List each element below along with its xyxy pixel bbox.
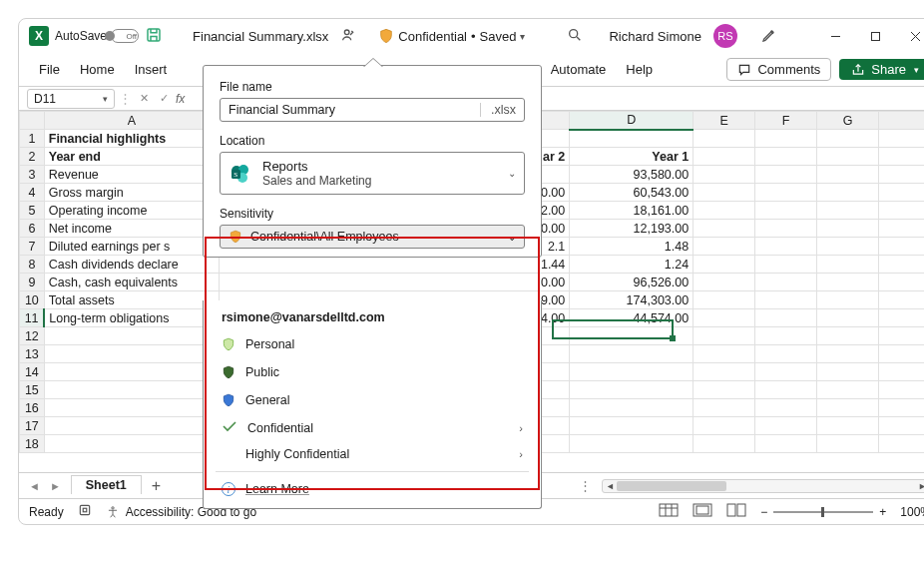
sensitivity-dropdown[interactable]: Confidential\All Employees ⌄ bbox=[220, 225, 525, 249]
maximize-button[interactable] bbox=[855, 22, 895, 50]
divider bbox=[216, 471, 529, 472]
user-name[interactable]: Richard Simone bbox=[609, 29, 701, 44]
col-header-D[interactable]: D bbox=[570, 112, 693, 130]
scroll-thumb[interactable] bbox=[617, 481, 726, 491]
chevron-down-icon[interactable]: ▾ bbox=[103, 94, 108, 104]
sensitivity-item-personal[interactable]: Personal bbox=[204, 330, 541, 358]
cell-A1[interactable]: Financial highlights bbox=[44, 130, 220, 148]
svg-point-2 bbox=[570, 29, 578, 37]
tab-help[interactable]: Help bbox=[616, 58, 663, 81]
tab-file[interactable]: File bbox=[29, 58, 70, 81]
macro-icon[interactable] bbox=[78, 503, 92, 520]
add-sheet-icon[interactable]: + bbox=[152, 477, 161, 495]
cell-D8[interactable]: 1.24 bbox=[570, 256, 693, 274]
svg-rect-9 bbox=[696, 506, 708, 514]
sensitivity-item-general[interactable]: General bbox=[204, 386, 541, 414]
svg-point-1 bbox=[345, 30, 350, 35]
search-icon[interactable] bbox=[567, 27, 583, 46]
select-all-corner[interactable] bbox=[20, 112, 45, 130]
col-header-A[interactable]: A bbox=[44, 112, 220, 130]
zoom-level[interactable]: 100% bbox=[900, 505, 924, 519]
chevron-down-icon[interactable]: ▾ bbox=[914, 65, 919, 75]
chevron-down-icon[interactable]: ▾ bbox=[520, 31, 525, 42]
chevron-right-icon: › bbox=[519, 448, 523, 460]
cell-A8[interactable]: Cash dividends declare bbox=[44, 256, 220, 274]
cell-D3[interactable]: 93,580.00 bbox=[570, 166, 693, 184]
zoom-out-icon[interactable]: − bbox=[760, 505, 767, 519]
cell-A6[interactable]: Net income bbox=[44, 220, 220, 238]
autosave-toggle[interactable]: AutoSave Off bbox=[55, 29, 139, 43]
horizontal-scrollbar[interactable]: ◄ ► bbox=[602, 479, 924, 493]
cancel-fx-icon[interactable]: ✕ bbox=[136, 91, 152, 107]
cell-D7[interactable]: 1.48 bbox=[570, 238, 693, 256]
cell-A11[interactable]: Long-term obligations bbox=[44, 309, 220, 327]
scroll-left-icon[interactable]: ◄ bbox=[606, 481, 615, 491]
sheet-next-icon[interactable]: ► bbox=[50, 480, 61, 492]
filename-input[interactable]: Financial Summary .xlsx bbox=[220, 98, 525, 122]
sensitivity-learn-more[interactable]: i Learn More bbox=[204, 476, 541, 502]
user-avatar[interactable]: RS bbox=[713, 24, 737, 48]
view-normal-icon[interactable] bbox=[659, 503, 679, 520]
sensitivity-item-highly[interactable]: Highly Confidential › bbox=[204, 441, 541, 467]
shield-icon bbox=[222, 392, 235, 408]
cell-A7[interactable]: Diluted earnings per s bbox=[44, 238, 220, 256]
cell-D10[interactable]: 174,303.00 bbox=[570, 291, 693, 309]
col-header-G[interactable]: G bbox=[817, 112, 879, 130]
cell-D2[interactable]: Year 1 bbox=[570, 148, 693, 166]
fill-handle[interactable] bbox=[670, 335, 676, 341]
share-button[interactable]: Share ▾ bbox=[839, 59, 924, 80]
cell-A5[interactable]: Operating income bbox=[44, 202, 220, 220]
svg-rect-0 bbox=[148, 29, 160, 41]
svg-rect-5 bbox=[83, 508, 87, 512]
col-header-F[interactable]: F bbox=[755, 112, 817, 130]
filename-title[interactable]: Financial Summary.xlsx bbox=[193, 29, 328, 44]
toggle-off-icon[interactable]: Off bbox=[111, 29, 139, 43]
fx-label[interactable]: fx bbox=[176, 92, 185, 106]
zoom-in-icon[interactable]: + bbox=[879, 505, 886, 519]
cell-D5[interactable]: 18,161.00 bbox=[570, 202, 693, 220]
file-ext-dropdown[interactable]: .xlsx bbox=[480, 103, 516, 117]
cell-A4[interactable]: Gross margin bbox=[44, 184, 220, 202]
coauthor-icon[interactable] bbox=[340, 27, 356, 46]
save-icon[interactable] bbox=[145, 26, 163, 47]
close-button[interactable] bbox=[895, 22, 924, 50]
cell-A2[interactable]: Year end bbox=[44, 148, 220, 166]
pen-icon[interactable] bbox=[761, 27, 777, 46]
chevron-down-icon[interactable]: ⌄ bbox=[508, 232, 516, 243]
cell-A3[interactable]: Revenue bbox=[44, 166, 220, 184]
location-main: Reports bbox=[262, 159, 371, 174]
zoom-slider[interactable]: − + bbox=[760, 505, 886, 519]
cell-D4[interactable]: 60,543.00 bbox=[570, 184, 693, 202]
excel-logo-icon: X bbox=[29, 26, 49, 46]
file-info-panel: File name Financial Summary .xlsx Locati… bbox=[203, 65, 542, 258]
cell-D11[interactable]: 44,574.00 bbox=[570, 309, 693, 327]
name-box[interactable]: D11 ▾ bbox=[27, 89, 115, 109]
shield-icon bbox=[222, 364, 235, 380]
cell-A10[interactable]: Total assets bbox=[44, 291, 220, 309]
status-ready: Ready bbox=[29, 505, 64, 519]
location-picker[interactable]: S Reports Sales and Marketing ⌄ bbox=[220, 152, 525, 195]
excel-window: X AutoSave Off Financial Summary.xlsx Co… bbox=[18, 18, 924, 525]
chevron-down-icon[interactable]: ⌄ bbox=[508, 168, 516, 179]
sensitivity-item-public[interactable]: Public bbox=[204, 358, 541, 386]
scroll-right-icon[interactable]: ► bbox=[918, 481, 924, 491]
accept-fx-icon[interactable]: ✓ bbox=[156, 91, 172, 107]
minimize-button[interactable] bbox=[815, 22, 855, 50]
tab-automate[interactable]: Automate bbox=[541, 58, 617, 81]
tab-home[interactable]: Home bbox=[70, 58, 125, 81]
tab-insert[interactable]: Insert bbox=[125, 58, 178, 81]
cell-D9[interactable]: 96,526.00 bbox=[570, 274, 693, 291]
check-icon bbox=[222, 420, 237, 435]
col-header-E[interactable]: E bbox=[693, 112, 755, 130]
view-layout-icon[interactable] bbox=[693, 503, 712, 520]
shield-icon bbox=[229, 229, 242, 245]
cell-D6[interactable]: 12,193.00 bbox=[570, 220, 693, 238]
view-pagebreak-icon[interactable] bbox=[726, 503, 746, 520]
sheet-prev-icon[interactable]: ◄ bbox=[29, 480, 40, 492]
sensitivity-badge[interactable]: Confidential • Saved ▾ bbox=[378, 28, 525, 44]
sheet-tab-active[interactable]: Sheet1 bbox=[71, 475, 142, 494]
cell-A9[interactable]: Cash, cash equivalents bbox=[44, 274, 220, 291]
sensitivity-item-confidential[interactable]: Confidential › bbox=[204, 414, 541, 441]
comments-button[interactable]: Comments bbox=[726, 58, 831, 81]
window-controls bbox=[815, 22, 924, 50]
